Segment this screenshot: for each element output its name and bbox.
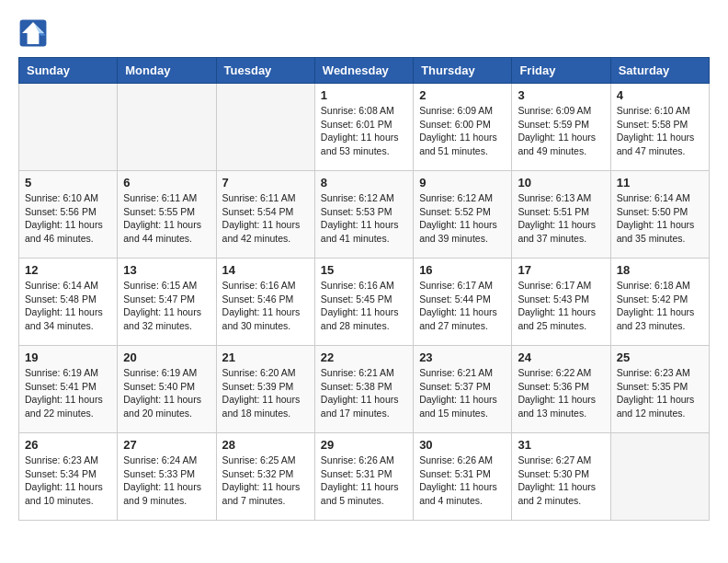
calendar-cell [216,84,314,171]
calendar-cell: 20Sunrise: 6:19 AM Sunset: 5:40 PM Dayli… [118,346,216,433]
calendar-cell: 4Sunrise: 6:10 AM Sunset: 5:58 PM Daylig… [610,84,709,171]
day-number: 15 [321,263,407,277]
weekday-header: Sunday [19,58,118,84]
day-number: 4 [617,88,703,102]
day-number: 7 [222,176,309,190]
calendar-cell: 8Sunrise: 6:12 AM Sunset: 5:53 PM Daylig… [314,171,413,259]
day-number: 18 [617,263,703,277]
day-info: Sunrise: 6:13 AM Sunset: 5:51 PM Dayligh… [518,191,604,246]
logo [18,18,51,48]
calendar-cell: 2Sunrise: 6:09 AM Sunset: 6:00 PM Daylig… [414,84,512,171]
day-number: 21 [222,350,309,364]
day-number: 29 [321,438,407,452]
calendar-cell [610,433,709,521]
day-number: 1 [321,88,407,102]
calendar-cell [19,84,118,171]
weekday-header: Friday [512,58,610,84]
day-info: Sunrise: 6:14 AM Sunset: 5:50 PM Dayligh… [617,191,703,246]
calendar-cell: 16Sunrise: 6:17 AM Sunset: 5:44 PM Dayli… [414,259,512,346]
calendar-cell: 13Sunrise: 6:15 AM Sunset: 5:47 PM Dayli… [118,259,216,346]
day-info: Sunrise: 6:09 AM Sunset: 5:59 PM Dayligh… [518,104,604,158]
day-number: 5 [25,176,111,190]
calendar-cell: 18Sunrise: 6:18 AM Sunset: 5:42 PM Dayli… [610,259,709,346]
day-info: Sunrise: 6:16 AM Sunset: 5:45 PM Dayligh… [321,279,407,333]
day-number: 10 [518,176,604,190]
calendar-cell: 23Sunrise: 6:21 AM Sunset: 5:37 PM Dayli… [414,346,512,433]
day-number: 23 [419,350,506,364]
day-info: Sunrise: 6:11 AM Sunset: 5:55 PM Dayligh… [123,191,210,246]
day-info: Sunrise: 6:17 AM Sunset: 5:43 PM Dayligh… [518,279,604,333]
weekday-header: Saturday [610,58,709,84]
calendar-cell: 28Sunrise: 6:25 AM Sunset: 5:32 PM Dayli… [216,433,314,521]
day-info: Sunrise: 6:23 AM Sunset: 5:35 PM Dayligh… [617,366,703,420]
calendar-week-row: 12Sunrise: 6:14 AM Sunset: 5:48 PM Dayli… [19,259,710,346]
day-number: 9 [419,176,506,190]
calendar-cell: 15Sunrise: 6:16 AM Sunset: 5:45 PM Dayli… [314,259,413,346]
day-info: Sunrise: 6:26 AM Sunset: 5:31 PM Dayligh… [419,454,506,508]
day-number: 2 [419,88,506,102]
day-info: Sunrise: 6:19 AM Sunset: 5:41 PM Dayligh… [25,366,111,420]
day-info: Sunrise: 6:12 AM Sunset: 5:52 PM Dayligh… [419,191,506,246]
day-number: 24 [518,350,604,364]
calendar-cell: 30Sunrise: 6:26 AM Sunset: 5:31 PM Dayli… [414,433,512,521]
day-info: Sunrise: 6:21 AM Sunset: 5:38 PM Dayligh… [321,366,407,420]
day-info: Sunrise: 6:08 AM Sunset: 6:01 PM Dayligh… [321,104,407,158]
calendar-cell: 7Sunrise: 6:11 AM Sunset: 5:54 PM Daylig… [216,171,314,259]
calendar-cell: 17Sunrise: 6:17 AM Sunset: 5:43 PM Dayli… [512,259,610,346]
day-info: Sunrise: 6:14 AM Sunset: 5:48 PM Dayligh… [25,279,111,333]
day-info: Sunrise: 6:11 AM Sunset: 5:54 PM Dayligh… [222,191,309,246]
day-info: Sunrise: 6:15 AM Sunset: 5:47 PM Dayligh… [123,279,210,333]
calendar-cell [118,84,216,171]
day-info: Sunrise: 6:12 AM Sunset: 5:53 PM Dayligh… [321,191,407,246]
calendar-cell: 31Sunrise: 6:27 AM Sunset: 5:30 PM Dayli… [512,433,610,521]
day-number: 19 [25,350,111,364]
day-info: Sunrise: 6:23 AM Sunset: 5:34 PM Dayligh… [25,454,111,508]
calendar-cell: 5Sunrise: 6:10 AM Sunset: 5:56 PM Daylig… [19,171,118,259]
day-number: 28 [222,438,309,452]
calendar-cell: 27Sunrise: 6:24 AM Sunset: 5:33 PM Dayli… [118,433,216,521]
day-number: 17 [518,263,604,277]
day-info: Sunrise: 6:27 AM Sunset: 5:30 PM Dayligh… [518,454,604,508]
day-info: Sunrise: 6:25 AM Sunset: 5:32 PM Dayligh… [222,454,309,508]
day-info: Sunrise: 6:10 AM Sunset: 5:56 PM Dayligh… [25,191,111,246]
day-info: Sunrise: 6:26 AM Sunset: 5:31 PM Dayligh… [321,454,407,508]
calendar-week-row: 1Sunrise: 6:08 AM Sunset: 6:01 PM Daylig… [19,84,710,171]
day-info: Sunrise: 6:19 AM Sunset: 5:40 PM Dayligh… [123,366,210,420]
day-number: 3 [518,88,604,102]
calendar-cell: 9Sunrise: 6:12 AM Sunset: 5:52 PM Daylig… [414,171,512,259]
page-header [18,18,710,48]
day-number: 11 [617,176,703,190]
day-number: 30 [419,438,506,452]
day-number: 31 [518,438,604,452]
day-number: 22 [321,350,407,364]
day-number: 16 [419,263,506,277]
calendar-cell: 19Sunrise: 6:19 AM Sunset: 5:41 PM Dayli… [19,346,118,433]
calendar-cell: 14Sunrise: 6:16 AM Sunset: 5:46 PM Dayli… [216,259,314,346]
weekday-header: Thursday [414,58,512,84]
calendar-cell: 12Sunrise: 6:14 AM Sunset: 5:48 PM Dayli… [19,259,118,346]
day-info: Sunrise: 6:09 AM Sunset: 6:00 PM Dayligh… [419,104,506,158]
calendar-cell: 29Sunrise: 6:26 AM Sunset: 5:31 PM Dayli… [314,433,413,521]
calendar-cell: 25Sunrise: 6:23 AM Sunset: 5:35 PM Dayli… [610,346,709,433]
day-number: 12 [25,263,111,277]
calendar-cell: 6Sunrise: 6:11 AM Sunset: 5:55 PM Daylig… [118,171,216,259]
calendar-header-row: SundayMondayTuesdayWednesdayThursdayFrid… [19,58,710,84]
weekday-header: Monday [118,58,216,84]
weekday-header: Tuesday [216,58,314,84]
day-info: Sunrise: 6:22 AM Sunset: 5:36 PM Dayligh… [518,366,604,420]
calendar-cell: 24Sunrise: 6:22 AM Sunset: 5:36 PM Dayli… [512,346,610,433]
day-info: Sunrise: 6:10 AM Sunset: 5:58 PM Dayligh… [617,104,703,158]
calendar-cell: 1Sunrise: 6:08 AM Sunset: 6:01 PM Daylig… [314,84,413,171]
calendar-week-row: 19Sunrise: 6:19 AM Sunset: 5:41 PM Dayli… [19,346,710,433]
logo-icon [18,18,48,48]
calendar-cell: 26Sunrise: 6:23 AM Sunset: 5:34 PM Dayli… [19,433,118,521]
weekday-header: Wednesday [314,58,413,84]
calendar-cell: 11Sunrise: 6:14 AM Sunset: 5:50 PM Dayli… [610,171,709,259]
day-number: 8 [321,176,407,190]
day-number: 20 [123,350,210,364]
day-number: 27 [123,438,210,452]
calendar-week-row: 5Sunrise: 6:10 AM Sunset: 5:56 PM Daylig… [19,171,710,259]
day-number: 14 [222,263,309,277]
calendar-week-row: 26Sunrise: 6:23 AM Sunset: 5:34 PM Dayli… [19,433,710,521]
day-info: Sunrise: 6:17 AM Sunset: 5:44 PM Dayligh… [419,279,506,333]
